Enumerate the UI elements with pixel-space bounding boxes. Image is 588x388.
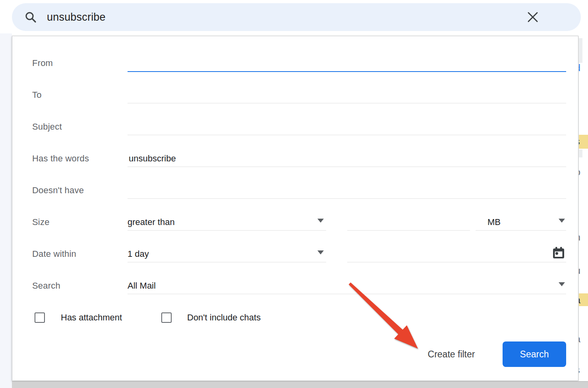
advanced-search-panel: From To Subject Has the words unsubscrib… (12, 36, 578, 381)
doesnt-have-underline (128, 198, 566, 199)
app-left-margin (0, 33, 12, 388)
size-amount-input[interactable] (347, 216, 470, 228)
scrollbar-fragment (579, 38, 582, 63)
to-underline (128, 103, 566, 103)
scrollbar-fragment (579, 149, 582, 157)
to-input[interactable] (129, 89, 566, 101)
clipped-text-fragment: a (579, 294, 588, 306)
chevron-down-icon (317, 250, 324, 254)
scope-label: Search (32, 280, 60, 292)
date-range-underline (128, 262, 326, 262)
clipped-text-fragment: d (579, 62, 588, 74)
has-words-input[interactable]: unsubscribe (129, 153, 566, 165)
has-words-underline (128, 167, 566, 167)
size-unit-select[interactable]: MB (476, 215, 566, 229)
from-input[interactable] (129, 57, 566, 69)
chevron-down-icon (559, 282, 565, 286)
background-bottom-edge (12, 381, 588, 388)
background-mail-list-sliver: d s o n u a a s (579, 36, 588, 381)
dont-include-chats-checkbox[interactable] (161, 312, 172, 323)
search-scope-value: All Mail (128, 280, 156, 292)
date-within-label: Date within (32, 248, 76, 260)
size-operator-select[interactable]: greater than (128, 215, 326, 229)
date-range-select[interactable]: 1 day (128, 247, 326, 260)
clipped-text-fragment: o (579, 166, 588, 178)
size-operator-value: greater than (128, 216, 175, 228)
create-filter-button[interactable]: Create filter (412, 347, 491, 361)
search-icon[interactable] (25, 11, 37, 23)
clipped-text-fragment: u (579, 265, 588, 277)
search-scope-select[interactable]: All Mail (128, 279, 566, 292)
subject-underline (128, 135, 566, 135)
from-label: From (32, 57, 53, 69)
size-operator-underline (128, 230, 326, 231)
doesnt-have-label: Doesn't have (32, 184, 84, 196)
calendar-icon[interactable] (552, 246, 565, 260)
to-label: To (32, 89, 42, 101)
search-scope-underline (128, 294, 566, 294)
size-label: Size (32, 216, 50, 228)
clipped-text-fragment: n (579, 231, 588, 243)
size-amount-underline (347, 230, 470, 231)
subject-input[interactable] (129, 121, 566, 133)
date-range-value: 1 day (128, 248, 149, 260)
date-input[interactable] (347, 248, 546, 260)
has-attachment-label[interactable]: Has attachment (61, 312, 122, 324)
from-underline-focused (128, 71, 566, 72)
search-button[interactable]: Search (503, 341, 566, 367)
chevron-down-icon (317, 219, 324, 223)
clipped-text-fragment: s (579, 364, 588, 376)
doesnt-have-input[interactable] (129, 184, 566, 196)
search-input[interactable]: unsubscribe (47, 11, 526, 23)
clipped-text-fragment: s (579, 136, 588, 147)
close-x-icon[interactable] (526, 10, 540, 24)
date-underline (347, 262, 566, 262)
mail-search-bar: unsubscribe (12, 3, 581, 31)
subject-label: Subject (32, 121, 62, 133)
chevron-down-icon (559, 219, 565, 223)
size-unit-value: MB (487, 216, 501, 228)
has-attachment-checkbox[interactable] (35, 312, 45, 323)
size-unit-underline (476, 230, 566, 231)
has-words-label: Has the words (32, 153, 89, 165)
clipped-text-fragment: a (579, 333, 588, 345)
dont-include-chats-label[interactable]: Don't include chats (187, 312, 261, 324)
